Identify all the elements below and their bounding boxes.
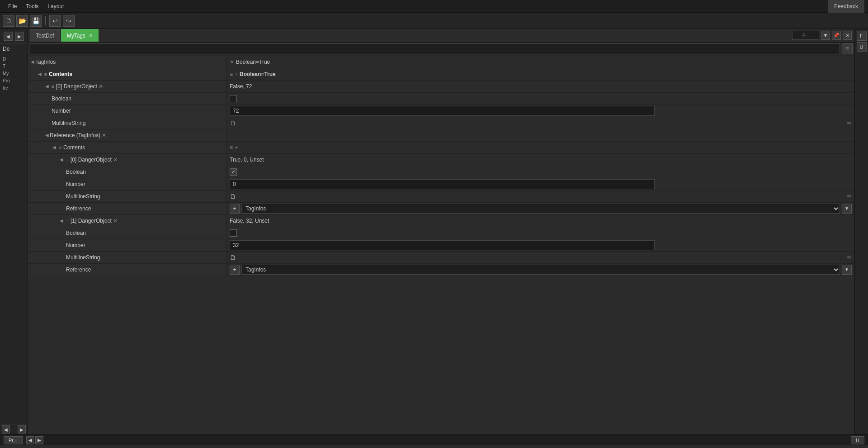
feedback-button[interactable]: Feedback [828,0,864,13]
ref-reference1-row: Reference + TagInfos ▼ [28,264,854,276]
tabs-dropdown-button[interactable]: ▼ [821,31,830,40]
ref-number-input[interactable] [230,179,655,189]
danger0-value-cell: False, 72 [227,81,854,92]
ref-danger1-expand[interactable]: ◀ [59,218,64,224]
sidebar-item-pro[interactable]: Pro [2,78,24,84]
taginfos-delete-icon[interactable]: ✕ [230,59,234,65]
filter-input[interactable] [30,43,840,54]
sidebar-next-button[interactable]: ▶ [18,425,26,434]
ref-multilinestring-doc-icon: 🗋 [230,193,236,200]
ref-danger0-label: [0] DangerObject [71,157,112,163]
ref-danger1-delete-button[interactable]: ✕ [112,217,119,224]
ref-boolean-checkbox[interactable]: ✓ [230,168,237,176]
nav-next-button[interactable]: ▶ [35,436,43,444]
status-u-button[interactable]: U [851,436,864,444]
boolean-value-cell [227,93,854,105]
contents-expand[interactable]: ◀ [37,71,42,77]
multilinestring-doc-icon: 🗋 [230,119,236,127]
ref-contents-list-icon2[interactable]: ≡ [230,144,233,151]
danger0-delete-button[interactable]: ✕ [97,83,104,90]
tab-close-button[interactable]: ✕ [89,33,93,38]
menu-tools[interactable]: Tools [21,1,43,11]
ref-reference-dropdown: + TagInfos ▼ [230,204,852,214]
danger0-label: [0] DangerObject [56,83,97,90]
number-label: Number [52,108,71,114]
sidebar-prev-button[interactable]: ◀ [2,425,10,434]
contents-value-cell: ≡ + Boolean=True [227,68,854,80]
ref-number-row: Number [28,178,854,191]
right-panel-btn1[interactable]: F [857,31,867,41]
ref-contents-row: ◀ ≡ Contents ≡ + [28,142,854,154]
ref-boolean1-label: Boolean [66,230,86,236]
sidebar-item-my[interactable]: My [2,71,24,76]
boolean-checkbox[interactable] [230,95,237,102]
nav-arrows: ◀ ▶ [26,436,43,444]
ref-reference1-select[interactable]: TagInfos [241,265,840,275]
ref-multilinestring-label: MultilineString [66,193,100,200]
sidebar-collapse-button[interactable]: ◀ [4,32,13,41]
ref-danger1-label: [1] DangerObject [71,218,112,224]
save-button[interactable]: 💾 [30,15,42,27]
status-pr-button[interactable]: Pr... [4,436,23,444]
ref-reference-add-button[interactable]: + [230,204,240,214]
sidebar-section-de[interactable]: De [0,44,28,54]
reference-taginfos-expand[interactable]: ◀ [44,133,50,138]
ref-boolean-label: Boolean [66,169,86,175]
sidebar-item-d[interactable]: D [2,56,24,62]
multilinestring-edit-icon[interactable]: ✏ [847,120,852,126]
ref-contents-expand[interactable]: ◀ [52,145,57,150]
danger0-list-icon: ≡ [50,83,56,90]
undo-button[interactable]: ↩ [49,15,61,27]
tree-table: ◀ TagInfos ✕ Boolean=True ◀ ≡ Contents ≡ [28,56,854,434]
new-button[interactable]: 🗋 [3,15,14,27]
reference-taginfos-label: Reference (TagInfos) [50,132,100,138]
number-row: Number [28,105,854,117]
ref-number-label-cell: Number [28,178,227,190]
ref-danger0-delete-button[interactable]: ✕ [112,156,119,163]
reference-taginfos-label-cell: ◀ Reference (TagInfos) ✕ [28,129,227,141]
ref-number1-input[interactable] [230,240,655,250]
ref-multilinestring-edit-icon[interactable]: ✏ [847,193,852,200]
menu-file[interactable]: File [4,1,21,11]
ref-reference1-add-button[interactable]: + [230,265,240,275]
tabs-close-button[interactable]: ✕ [843,31,852,40]
boolean-row: Boolean [28,93,854,105]
right-panel: F U [854,29,868,434]
filter-list-button[interactable]: ≡ [842,43,853,54]
ref-number1-value-cell [227,239,854,251]
sidebar-item-tre[interactable]: tre [2,85,24,91]
sidebar-item-t[interactable]: T [2,63,24,69]
ref-reference-arrow-button[interactable]: ▼ [842,204,852,214]
open-button[interactable]: 📂 [16,15,28,27]
ref-reference1-label-cell: Reference [28,264,227,276]
reference-taginfos-delete-button[interactable]: ✕ [100,132,108,139]
boolean-label: Boolean [52,95,71,102]
contents-add-icon[interactable]: + [235,71,238,77]
ref-reference1-arrow-button[interactable]: ▼ [842,265,852,275]
taginfos-expand[interactable]: ◀ [30,59,35,65]
ref-reference-select[interactable]: TagInfos [241,204,840,214]
left-sidebar: ◀ ▶ De D T My Pro tre ◀ ▶ [0,29,28,434]
number-input[interactable] [230,106,655,116]
danger0-label-cell: ◀ ≡ [0] DangerObject ✕ [28,81,227,92]
main-layout: ◀ ▶ De D T My Pro tre ◀ ▶ TestDef MyTags… [0,29,868,434]
ref-contents-add-icon[interactable]: + [235,144,238,151]
contents-list-icon2[interactable]: ≡ [230,71,233,77]
tab-mytags[interactable]: MyTags ✕ [61,29,99,42]
ref-danger0-expand[interactable]: ◀ [59,157,64,162]
sidebar-expand-button[interactable]: ▶ [15,32,24,41]
ref-reference-value-cell: + TagInfos ▼ [227,203,854,214]
ref-boolean1-checkbox[interactable] [230,229,237,237]
tab-filter-input-area[interactable]: F... [792,31,819,40]
sidebar-bottom: ◀ ▶ [0,424,28,434]
menu-layout[interactable]: Layout [43,1,68,11]
tabs-pin-button[interactable]: 📌 [832,31,841,40]
ref-danger1-row: ◀ ≡ [1] DangerObject ✕ False, 32, Unset [28,215,854,227]
right-panel-btn2[interactable]: U [857,42,867,52]
tab-testdef[interactable]: TestDef [30,29,60,42]
danger0-expand[interactable]: ◀ [44,84,50,89]
nav-prev-button[interactable]: ◀ [26,436,34,444]
ref-multilinestring1-edit-icon[interactable]: ✏ [847,254,852,261]
ref-contents-label-cell: ◀ ≡ Contents [28,142,227,153]
redo-button[interactable]: ↪ [63,15,75,27]
